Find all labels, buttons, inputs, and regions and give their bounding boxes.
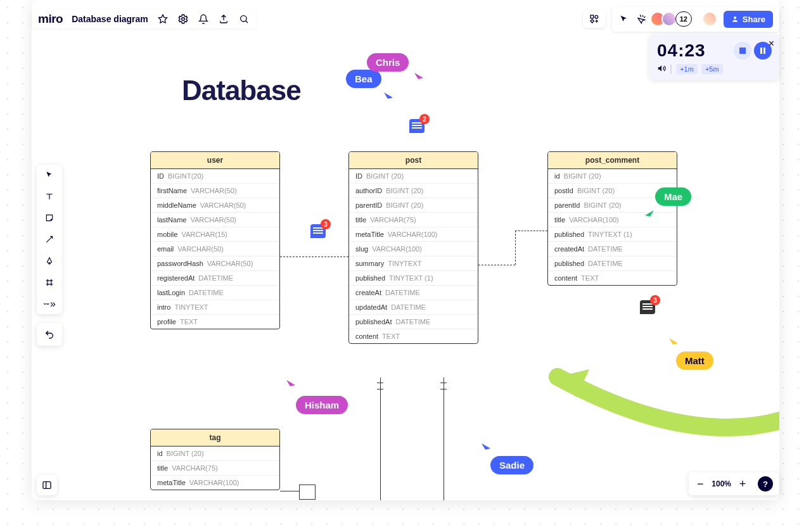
- logo[interactable]: miro: [38, 12, 63, 26]
- share-button[interactable]: Share: [724, 11, 773, 28]
- cursor-chris-arrow-icon: [413, 72, 425, 83]
- column-name: metaTitle: [157, 479, 186, 486]
- column-type: VARCHAR(100): [372, 245, 422, 253]
- table-row: slugVARCHAR(100): [349, 242, 478, 256]
- column-name: passwordHash: [157, 260, 203, 267]
- table-user[interactable]: user IDBIGINT(20)firstNameVARCHAR(50)mid…: [150, 151, 280, 329]
- column-name: ID: [157, 172, 164, 180]
- comment-bubble-1[interactable]: 2: [409, 119, 425, 133]
- apps-button[interactable]: [583, 10, 606, 28]
- table-row: mobileVARCHAR(15): [151, 227, 279, 242]
- column-type: VARCHAR(100): [189, 479, 239, 486]
- column-name: published: [355, 274, 385, 282]
- column-type: DATETIME: [198, 274, 233, 282]
- reactions-icon[interactable]: [636, 13, 648, 25]
- relationship-post-comment-a: [478, 265, 515, 265]
- column-name: profile: [157, 318, 176, 326]
- pen-tool-icon[interactable]: [43, 255, 56, 267]
- zoom-controls: − 100% + ?: [689, 472, 779, 495]
- column-type: VARCHAR(50): [207, 260, 253, 267]
- table-user-header: user: [151, 152, 279, 169]
- column-type: DATETIME: [189, 289, 224, 296]
- panel-toggle-button[interactable]: [37, 475, 57, 495]
- table-row: createAtDATETIME: [349, 286, 478, 300]
- column-name: title: [554, 216, 565, 224]
- bell-icon[interactable]: [198, 13, 209, 25]
- comment-bubble-2[interactable]: 3: [310, 224, 326, 238]
- svg-point-4: [734, 16, 736, 19]
- column-name: title: [355, 216, 366, 224]
- table-row: idBIGINT (20): [151, 446, 279, 461]
- column-type: BIGINT (20): [386, 187, 423, 194]
- search-icon[interactable]: [238, 13, 250, 25]
- help-button[interactable]: ?: [758, 476, 773, 491]
- pointer-icon[interactable]: [618, 13, 630, 25]
- column-type: DATETIME: [385, 289, 420, 296]
- table-post[interactable]: post IDBIGINT (20)authorIDBIGINT (20)par…: [348, 151, 478, 344]
- relationship-post-comment-b: [515, 231, 547, 231]
- undo-button[interactable]: [37, 323, 62, 346]
- svg-rect-2: [591, 15, 594, 18]
- column-name: content: [355, 332, 378, 340]
- column-type: BIGINT(20): [168, 172, 203, 180]
- column-type: TEXT: [581, 274, 599, 282]
- timer-widget[interactable]: × 04:23 | +1m +5m: [649, 34, 779, 80]
- star-icon[interactable]: [157, 13, 169, 25]
- column-name: title: [157, 464, 168, 472]
- timer-time: 04:23: [657, 41, 706, 61]
- rel-tick1b: [377, 389, 383, 390]
- table-row: parentIDBIGINT (20): [349, 198, 478, 213]
- comment-bubble-3[interactable]: 3: [640, 300, 655, 314]
- rel-tick2b: [440, 389, 447, 390]
- select-tool-icon[interactable]: [43, 168, 56, 181]
- column-name: publishedAt: [355, 318, 392, 326]
- table-row: authorIDBIGINT (20): [349, 184, 478, 198]
- cursor-hisham: Hisham: [296, 396, 348, 414]
- table-post-comment[interactable]: post_comment idBIGINT (20)postIdBIGINT (…: [547, 151, 677, 286]
- timer-stop-button[interactable]: [734, 42, 751, 60]
- add-1m-button[interactable]: +1m: [676, 64, 698, 74]
- arrow-tool-icon[interactable]: [43, 233, 56, 246]
- cursor-bea: Bea: [346, 70, 381, 88]
- table-user-body: IDBIGINT(20)firstNameVARCHAR(50)middleNa…: [151, 169, 279, 329]
- export-icon[interactable]: [218, 13, 229, 25]
- avatar-self[interactable]: [702, 11, 717, 27]
- column-name: intro: [157, 303, 170, 311]
- more-tools-icon[interactable]: »: [43, 298, 56, 310]
- column-type: VARCHAR(15): [181, 231, 227, 238]
- cursor-chris: Chris: [367, 53, 409, 72]
- zoom-level[interactable]: 100%: [712, 479, 731, 488]
- table-tag[interactable]: tag idBIGINT (20)titleVARCHAR(75)metaTit…: [150, 429, 280, 490]
- zoom-out-button[interactable]: −: [695, 479, 705, 489]
- column-type: VARCHAR(50): [177, 245, 224, 253]
- collaborator-avatars[interactable]: 12: [654, 11, 692, 27]
- table-row: metaTitleVARCHAR(100): [151, 476, 279, 490]
- table-row: summaryTINYTEXT: [349, 256, 478, 271]
- column-type: TEXT: [180, 318, 198, 326]
- rel-tick2: [440, 383, 447, 383]
- table-row: firstNameVARCHAR(50): [151, 184, 279, 198]
- column-type: VARCHAR(100): [388, 231, 438, 238]
- column-type: DATETIME: [588, 260, 623, 267]
- column-type: TINYTEXT: [174, 303, 208, 311]
- column-name: createdAt: [554, 245, 584, 253]
- board-title[interactable]: Database diagram: [72, 14, 148, 24]
- table-row: IDBIGINT (20): [349, 169, 478, 184]
- relationship-user-post-v: [348, 256, 349, 265]
- settings-icon[interactable]: [177, 13, 189, 25]
- diagram-title: Database: [182, 75, 301, 106]
- zoom-in-button[interactable]: +: [738, 479, 748, 489]
- frame-tool-icon[interactable]: [43, 276, 56, 289]
- column-name: registeredAt: [157, 274, 195, 282]
- column-name: firstName: [157, 187, 187, 194]
- table-post-body: IDBIGINT (20)authorIDBIGINT (20)parentID…: [349, 169, 478, 343]
- add-5m-button[interactable]: +5m: [701, 64, 723, 74]
- junction-table-stub[interactable]: [299, 484, 316, 500]
- close-icon[interactable]: ×: [769, 38, 774, 49]
- sound-icon[interactable]: [657, 64, 666, 75]
- svg-point-3: [595, 15, 598, 18]
- column-name: updatedAt: [355, 303, 387, 311]
- text-tool-icon[interactable]: [43, 190, 56, 203]
- sticky-tool-icon[interactable]: [43, 212, 56, 224]
- column-type: TINYTEXT (1): [389, 274, 433, 282]
